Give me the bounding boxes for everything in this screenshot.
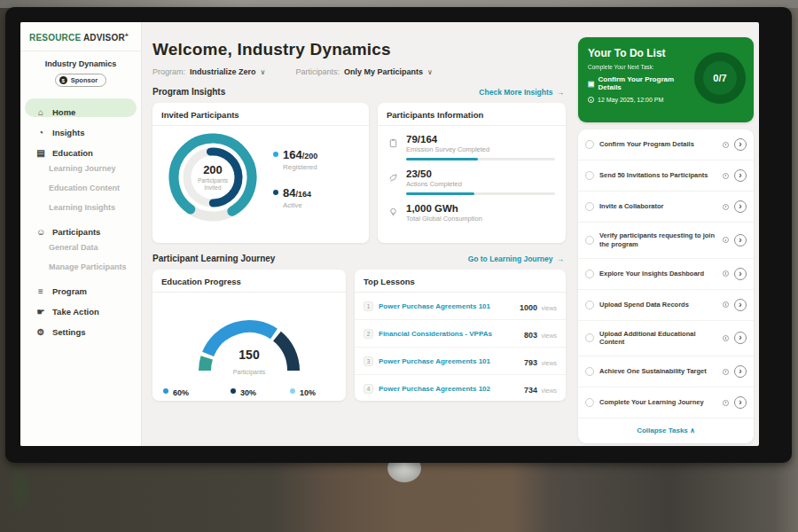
task-label: Explore Your Insights Dashboard bbox=[599, 270, 717, 278]
bulb-icon bbox=[388, 203, 399, 227]
task-checkbox[interactable] bbox=[585, 301, 594, 309]
gauge-legend: 60% Completed 30% Pending 10% Not Starte… bbox=[153, 378, 346, 401]
todo-item-verify-participants-requesting-to-join-t[interactable]: Verify participants requesting to join t… bbox=[578, 223, 754, 259]
go-to-learning-journey-link[interactable]: Go to Learning Journey → bbox=[468, 254, 564, 263]
program-filter[interactable]: Program: Industrialize Zero ∨ bbox=[153, 67, 265, 76]
task-checkbox[interactable] bbox=[585, 140, 594, 149]
org-name: Industry Dynamics bbox=[20, 59, 141, 68]
task-chevron-button[interactable]: › bbox=[734, 234, 747, 246]
task-chevron-button[interactable]: › bbox=[734, 169, 747, 182]
todo-title: Your To Do List bbox=[588, 47, 692, 59]
brand-resource: RESOURCE bbox=[29, 33, 81, 43]
todo-item-achieve-one-sustainability-target[interactable]: Achieve One Sustainability Target › bbox=[578, 356, 754, 387]
lesson-title-link[interactable]: Financial Considerations - VPPAs bbox=[379, 330, 519, 338]
task-chevron-button[interactable]: › bbox=[734, 299, 747, 311]
todo-item-confirm-your-program-details[interactable]: Confirm Your Program Details › bbox=[578, 129, 754, 160]
monitor-bezel: RESOURCE ADVISOR+ Industry Dynamics $ Sp… bbox=[5, 7, 792, 463]
todo-item-explore-your-insights-dashboard[interactable]: Explore Your Insights Dashboard › bbox=[578, 259, 754, 290]
task-checkbox[interactable] bbox=[585, 367, 594, 376]
task-chevron-button[interactable]: › bbox=[734, 138, 747, 151]
todo-item-invite-a-collaborator[interactable]: Invite a Collaborator › bbox=[578, 192, 754, 223]
sidebar: RESOURCE ADVISOR+ Industry Dynamics $ Sp… bbox=[20, 22, 142, 446]
todo-item-complete-your-learning-journey[interactable]: Complete Your Learning Journey › bbox=[578, 387, 754, 419]
check-more-insights-link[interactable]: Check More Insights → bbox=[479, 88, 564, 97]
top-lessons-title: Top Lessons bbox=[355, 270, 566, 293]
clock-icon bbox=[723, 301, 729, 308]
task-chevron-button[interactable]: › bbox=[734, 396, 747, 409]
sidebar-item-take-action[interactable]: ☛ Take Action bbox=[25, 298, 137, 317]
dashboard-screen: RESOURCE ADVISOR+ Industry Dynamics $ Sp… bbox=[20, 22, 759, 446]
todo-datetime: 12 May 2025, 12:00 PM bbox=[588, 97, 692, 103]
task-label: Upload Spend Data Records bbox=[599, 301, 717, 309]
lesson-rank-badge: 1 bbox=[364, 301, 373, 311]
task-checkbox[interactable] bbox=[585, 398, 594, 407]
take-action-icon: ☛ bbox=[35, 307, 46, 317]
collapse-tasks-label: Collapse Tasks bbox=[637, 426, 688, 434]
task-chevron-button[interactable]: › bbox=[734, 332, 747, 344]
program-insights-header: Program Insights Check More Insights → bbox=[153, 87, 564, 97]
lesson-title-link[interactable]: Power Purchase Agreements 101 bbox=[379, 302, 514, 310]
brand-advisor: ADVISOR bbox=[83, 33, 125, 43]
invited-participants-title: Invited Participants bbox=[153, 103, 369, 126]
task-label: Invite a Collaborator bbox=[599, 202, 717, 211]
task-label: Upload Additional Educational Content bbox=[599, 330, 717, 348]
program-filter-value: Industrialize Zero bbox=[190, 67, 256, 76]
sidebar-item-learning-insights[interactable]: Learning Insights bbox=[25, 199, 137, 216]
gauge-center-value: 150 bbox=[178, 348, 320, 362]
chevron-down-icon: ∨ bbox=[261, 68, 266, 76]
education-gauge-chart: 150 Participants bbox=[178, 300, 320, 378]
task-chevron-button[interactable]: › bbox=[734, 268, 747, 280]
lesson-views: 793 views bbox=[524, 353, 557, 369]
learning-journey-header: Participant Learning Journey Go to Learn… bbox=[153, 254, 564, 263]
todo-next-task: ▣ Confirm Your Program Details bbox=[588, 75, 692, 91]
task-checkbox[interactable] bbox=[585, 171, 594, 180]
task-checkbox[interactable] bbox=[585, 202, 594, 211]
todo-item-upload-spend-data-records[interactable]: Upload Spend Data Records › bbox=[578, 290, 754, 321]
donut-legend-item: 84/164 Active bbox=[273, 184, 317, 209]
sidebar-item-learning-journey[interactable]: Learning Journey bbox=[25, 160, 137, 177]
sidebar-item-general-data[interactable]: General Data bbox=[25, 239, 137, 256]
task-checkbox[interactable] bbox=[585, 333, 594, 342]
sidebar-item-education-content[interactable]: Education Content bbox=[25, 179, 137, 197]
todo-item-send-50-invitations-to-participants[interactable]: Send 50 Invitations to Participants › bbox=[578, 160, 754, 192]
clock-icon bbox=[723, 142, 729, 148]
go-to-learning-journey-label: Go to Learning Journey bbox=[468, 254, 553, 263]
leaf-icon bbox=[388, 168, 399, 195]
legend-dot-icon bbox=[273, 190, 278, 195]
clock-icon bbox=[723, 270, 729, 277]
task-chevron-button[interactable]: › bbox=[734, 365, 747, 378]
lesson-title-link[interactable]: Power Purchase Agreements 101 bbox=[379, 357, 519, 365]
collapse-tasks-link[interactable]: Collapse Tasks ∧ bbox=[578, 419, 754, 443]
sidebar-item-participants[interactable]: ☺ Participants bbox=[25, 218, 137, 237]
donut-legend: 164/200 Registered 84/164 Active bbox=[264, 146, 317, 209]
todo-panel: Your To Do List Complete Your Next Task:… bbox=[575, 22, 759, 446]
sidebar-item-home[interactable]: ⌂ Home bbox=[25, 98, 137, 117]
task-checkbox[interactable] bbox=[585, 270, 594, 278]
insights-cards-row: Invited Participants 200 Participants In… bbox=[153, 103, 566, 243]
participants-stats: 79/164 Emission Survey Completed 23/50 A… bbox=[378, 126, 566, 227]
invited-participants-body: 200 Participants Invited 164/200 Registe… bbox=[153, 126, 369, 229]
todo-subtitle: Complete Your Next Task: bbox=[588, 64, 692, 70]
participants-filter[interactable]: Participants: Only My Participants ∨ bbox=[295, 67, 432, 76]
sidebar-item-insights[interactable]: ◔ Insights bbox=[25, 119, 137, 137]
task-checkbox[interactable] bbox=[585, 236, 594, 245]
sidebar-item-program[interactable]: ≡ Program bbox=[25, 278, 137, 296]
lesson-row: 4 Power Purchase Agreements 102 734 view… bbox=[355, 375, 566, 401]
todo-item-upload-additional-educational-content[interactable]: Upload Additional Educational Content › bbox=[578, 321, 754, 357]
legend-dot-icon bbox=[163, 388, 168, 394]
clock-icon bbox=[723, 173, 729, 179]
sponsor-label: Sponsor bbox=[71, 76, 98, 84]
todo-summary-card: Your To Do List Complete Your Next Task:… bbox=[578, 37, 754, 122]
task-chevron-button[interactable]: › bbox=[734, 200, 747, 213]
gauge-legend-item: 30% Pending bbox=[231, 383, 265, 401]
sidebar-item-manage-participants[interactable]: Manage Participants bbox=[25, 258, 137, 276]
education-progress-card: Education Progress 150 Participants 60% … bbox=[153, 270, 346, 401]
donut-center-value: 200 bbox=[203, 163, 223, 176]
education-progress-title: Education Progress bbox=[153, 270, 346, 293]
sidebar-item-settings[interactable]: ⚙ Settings bbox=[25, 318, 137, 337]
participants-filter-label: Participants: bbox=[295, 67, 340, 76]
sidebar-item-education[interactable]: ▤ Education bbox=[25, 139, 137, 158]
lesson-row: 3 Power Purchase Agreements 101 793 view… bbox=[355, 348, 566, 375]
lesson-title-link[interactable]: Power Purchase Agreements 102 bbox=[379, 385, 519, 393]
brand-plus: + bbox=[125, 32, 129, 38]
